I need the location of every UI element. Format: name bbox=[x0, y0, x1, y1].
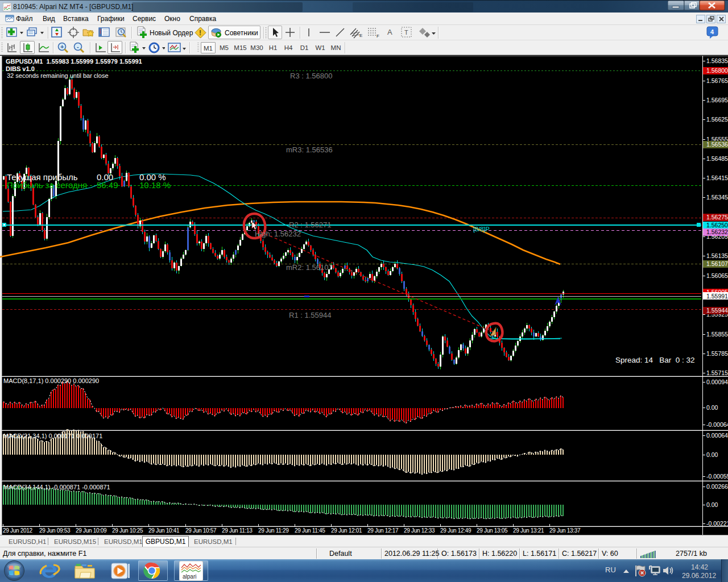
svg-text:29 Jun 09:53: 29 Jun 09:53 bbox=[39, 527, 71, 534]
svg-text:F: F bbox=[377, 34, 379, 39]
svg-text:Прибыль за сегодня: Прибыль за сегодня bbox=[7, 180, 87, 190]
svg-text:MACD(8,17,1) 0.000290 0.000290: MACD(8,17,1) 0.000290 0.000290 bbox=[3, 377, 99, 384]
svg-text:+: + bbox=[60, 43, 64, 50]
svg-text:!: ! bbox=[199, 29, 201, 37]
svg-text:29 Jun 12:49: 29 Jun 12:49 bbox=[440, 527, 471, 534]
svg-text:MACD(34,144,1) -0.000871 -0.00: MACD(34,144,1) -0.000871 -0.000871 bbox=[3, 484, 110, 490]
svg-text:10.18 %: 10.18 % bbox=[139, 180, 171, 190]
svg-text:GBPUSD,M1 1.55983 1.55999 1.5: GBPUSD,M1 1.55983 1.55999 1.55979 1.5599… bbox=[6, 58, 142, 65]
svg-text:1.56065: 1.56065 bbox=[706, 272, 728, 279]
svg-text:29 Jun 11:13: 29 Jun 11:13 bbox=[222, 527, 253, 534]
svg-text:mR2: 1.56107: mR2: 1.56107 bbox=[286, 263, 333, 272]
svg-text:29 Jun 11:45: 29 Jun 11:45 bbox=[295, 527, 325, 534]
svg-text:Spread: 14 Bar 0 : 32: Spread: 14 Bar 0 : 32 bbox=[615, 356, 695, 364]
svg-text:56.49: 56.49 bbox=[97, 180, 118, 190]
svg-text:0.000643: 0.000643 bbox=[706, 432, 728, 439]
svg-text:29 Jun 12:17: 29 Jun 12:17 bbox=[367, 527, 399, 534]
svg-text:29 Jun 13:37: 29 Jun 13:37 bbox=[549, 527, 581, 534]
svg-text:-0.00064: -0.00064 bbox=[706, 421, 728, 428]
svg-text:1.56485: 1.56485 bbox=[706, 155, 728, 162]
svg-text:0.002664: 0.002664 bbox=[706, 483, 728, 490]
svg-text:1.56275: 1.56275 bbox=[706, 214, 728, 221]
svg-text:-0.00221: -0.00221 bbox=[706, 520, 728, 527]
svg-text:E: E bbox=[359, 33, 362, 38]
svg-text:1.56835: 1.56835 bbox=[706, 57, 728, 64]
svg-text:0.00: 0.00 bbox=[706, 501, 718, 508]
svg-text:29 Jun 12:01: 29 Jun 12:01 bbox=[331, 527, 362, 534]
svg-text:alpari: alpari bbox=[183, 573, 196, 580]
svg-text:32 seconds remaining until bar: 32 seconds remaining until bar close bbox=[7, 72, 109, 79]
svg-text:T: T bbox=[404, 29, 408, 36]
svg-text:1.56695: 1.56695 bbox=[706, 97, 728, 103]
svg-text:1.56800: 1.56800 bbox=[706, 67, 728, 74]
svg-text:1.55715: 1.55715 bbox=[706, 369, 728, 376]
svg-text:-: - bbox=[77, 43, 79, 50]
svg-text:4: 4 bbox=[710, 28, 714, 35]
svg-text:29 Jun 2012: 29 Jun 2012 bbox=[3, 527, 32, 534]
svg-text:R3 : 1.56800: R3 : 1.56800 bbox=[290, 72, 332, 80]
svg-text:1.56232: 1.56232 bbox=[706, 228, 728, 235]
svg-text:29 Jun 13:21: 29 Jun 13:21 bbox=[513, 527, 544, 534]
svg-text:1.56345: 1.56345 bbox=[706, 194, 728, 201]
svg-text:High: 1.56232: High: 1.56232 bbox=[255, 230, 301, 238]
svg-text:1.56765: 1.56765 bbox=[706, 77, 728, 84]
svg-text:R1 : 1.55944: R1 : 1.55944 bbox=[289, 311, 331, 319]
svg-text:29 Jun 10:41: 29 Jun 10:41 bbox=[148, 527, 180, 534]
svg-text:1.56625: 1.56625 bbox=[706, 116, 728, 123]
svg-text:29 Jun 10:09: 29 Jun 10:09 bbox=[76, 527, 107, 534]
svg-text:[8/8]P: [8/8]P bbox=[473, 226, 490, 232]
svg-text:1.55785: 1.55785 bbox=[706, 350, 728, 357]
svg-text:29 Jun 13:05: 29 Jun 13:05 bbox=[477, 527, 508, 534]
svg-text:1.56415: 1.56415 bbox=[706, 174, 728, 181]
svg-text:29 Jun 11:29: 29 Jun 11:29 bbox=[258, 527, 289, 534]
svg-text:0.000946: 0.000946 bbox=[706, 379, 728, 385]
svg-text:1.55944: 1.55944 bbox=[706, 307, 728, 314]
svg-text:1.56107: 1.56107 bbox=[706, 260, 728, 267]
svg-text:1.56135: 1.56135 bbox=[706, 252, 728, 259]
svg-text:1.56250: 1.56250 bbox=[706, 222, 728, 228]
svg-text:1.56536: 1.56536 bbox=[706, 141, 728, 148]
svg-text:29 Jun 10:25: 29 Jun 10:25 bbox=[112, 527, 143, 534]
svg-text:-0.00055: -0.00055 bbox=[706, 473, 728, 480]
svg-text:1.55991: 1.55991 bbox=[706, 293, 728, 300]
svg-text:mR3: 1.56536: mR3: 1.56536 bbox=[286, 146, 333, 154]
svg-text:DIBS v1.0: DIBS v1.0 bbox=[6, 65, 35, 72]
svg-text:0.00: 0.00 bbox=[706, 451, 718, 458]
svg-text:0.00: 0.00 bbox=[706, 404, 718, 411]
svg-text:R2 : 1.56271: R2 : 1.56271 bbox=[289, 221, 331, 229]
svg-text:MACD(21,34,1) 0.000171 0.00017: MACD(21,34,1) 0.000171 0.000171 bbox=[3, 433, 102, 439]
svg-text:29 Jun 12:33: 29 Jun 12:33 bbox=[404, 527, 435, 534]
svg-text:29 Jun 10:57: 29 Jun 10:57 bbox=[185, 527, 217, 534]
svg-text:1.55855: 1.55855 bbox=[706, 331, 728, 338]
